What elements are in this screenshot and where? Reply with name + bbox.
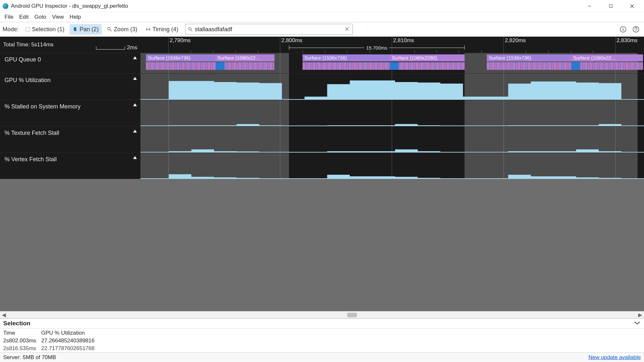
track-label-stall-sys: % Stalled on System Memory [5, 103, 81, 110]
mode-zoom-button[interactable]: Zoom (3) [104, 24, 140, 35]
info-button[interactable] [618, 24, 629, 35]
timeline-hscrollbar[interactable]: ◀ ▶ [0, 311, 644, 318]
ruler-scale-unit: 2ms [127, 44, 137, 51]
mode-pan-label: Pan (2) [80, 26, 99, 33]
status-memory: 5MB of 70MB [23, 354, 56, 361]
selection-icon [25, 27, 30, 32]
menu-file[interactable]: File [2, 13, 16, 22]
track-label-stall-vtx: % Vertex Fetch Stall [5, 156, 57, 163]
mode-label: Mode: [3, 26, 19, 33]
window-title: Android GPU Inspector - dls_swappy_gl.pe… [11, 3, 582, 9]
scroll-thumb[interactable] [347, 313, 357, 317]
app-icon [3, 3, 8, 9]
selection-col-value: GPU % Utilization [41, 330, 641, 336]
mode-pan-button[interactable]: Pan (2) [70, 24, 102, 35]
track-texture-fetch-stall: % Texture Fetch Stall [0, 126, 644, 153]
help-button[interactable] [630, 24, 641, 35]
mode-selection-button[interactable]: Selection (1) [22, 24, 68, 35]
menu-bar: File Edit Goto View Help [0, 12, 644, 22]
search-clear-button[interactable] [345, 27, 350, 32]
track-gpu-utilization: GPU % Utilization [0, 73, 644, 100]
tracks-container[interactable]: GPU Queue 0 Surface (1536x736)Surface (1… [0, 53, 644, 311]
menu-view[interactable]: View [50, 13, 67, 22]
svg-line-11 [191, 30, 193, 32]
svg-rect-1 [610, 5, 612, 7]
window-maximize-button[interactable] [603, 1, 618, 11]
mode-selection-label: Selection (1) [32, 26, 64, 33]
status-bar: Server: 5MB of 70MB New update available [0, 352, 644, 362]
search-box[interactable] [185, 24, 353, 35]
selection-row[interactable]: 2s802.003ms 27.266485240389816 [0, 337, 644, 345]
track-label-gpu-queue: GPU Queue 0 [5, 56, 41, 63]
menu-help[interactable]: Help [67, 13, 83, 22]
svg-point-18 [636, 31, 636, 31]
pin-icon[interactable] [133, 56, 137, 62]
selection-collapse-button[interactable] [634, 320, 641, 327]
pin-icon[interactable] [133, 103, 137, 109]
svg-point-15 [623, 27, 623, 28]
svg-rect-16 [623, 29, 623, 31]
track-gpu-queue: GPU Queue 0 Surface (1536x736)Surface (1… [0, 53, 644, 73]
track-stall-system-memory: % Stalled on System Memory [0, 100, 644, 126]
track-label-stall-tex: % Texture Fetch Stall [5, 130, 59, 136]
pan-icon [73, 27, 78, 32]
toolbar: Mode: Selection (1) Pan (2) Zoom (3) Tim… [0, 22, 644, 37]
mode-zoom-label: Zoom (3) [114, 26, 137, 33]
timing-icon [146, 27, 151, 32]
window-close-button[interactable] [625, 1, 639, 11]
scroll-left-icon[interactable]: ◀ [2, 312, 8, 318]
svg-rect-4 [26, 27, 30, 31]
scroll-right-icon[interactable]: ▶ [636, 312, 642, 318]
svg-line-6 [110, 30, 111, 31]
menu-edit[interactable]: Edit [16, 13, 31, 22]
track-label-gpu-util: GPU % Utilization [5, 77, 51, 84]
pin-icon[interactable] [133, 129, 137, 136]
svg-point-5 [108, 27, 110, 30]
svg-point-10 [189, 28, 191, 30]
pin-icon[interactable] [133, 76, 137, 83]
ruler: Total Time: 5s114ms 2ms 2,790ms2,800ms2,… [0, 37, 644, 53]
mode-timing-button[interactable]: Timing (4) [142, 24, 181, 35]
zoom-icon [107, 27, 112, 32]
selection-col-time: Time [3, 330, 41, 336]
status-server-label: Server: [3, 354, 21, 361]
ruler-scale: 2ms [96, 37, 137, 53]
search-icon [188, 27, 193, 32]
track-vertex-fetch-stall: % Vertex Fetch Stall [0, 153, 644, 179]
window-minimize-button[interactable] [582, 1, 597, 11]
selection-table: Time GPU % Utilization 2s802.003ms 27.26… [0, 328, 644, 352]
mode-timing-label: Timing (4) [152, 26, 178, 33]
selection-panel: Selection Time GPU % Utilization 2s802.0… [0, 318, 644, 352]
selection-row[interactable]: 2s816.535ms 22.717787602651768 [0, 345, 644, 352]
timeline-view[interactable]: Total Time: 5s114ms 2ms 2,790ms2,800ms2,… [0, 37, 644, 318]
pin-icon[interactable] [133, 155, 137, 162]
menu-goto[interactable]: Goto [32, 13, 49, 22]
status-update-link[interactable]: New update available [588, 354, 641, 361]
window-titlebar: Android GPU Inspector - dls_swappy_gl.pe… [0, 0, 644, 12]
selection-title: Selection [3, 320, 30, 327]
total-time-label: Total Time: 5s114ms [3, 42, 53, 48]
search-input[interactable] [195, 26, 345, 33]
